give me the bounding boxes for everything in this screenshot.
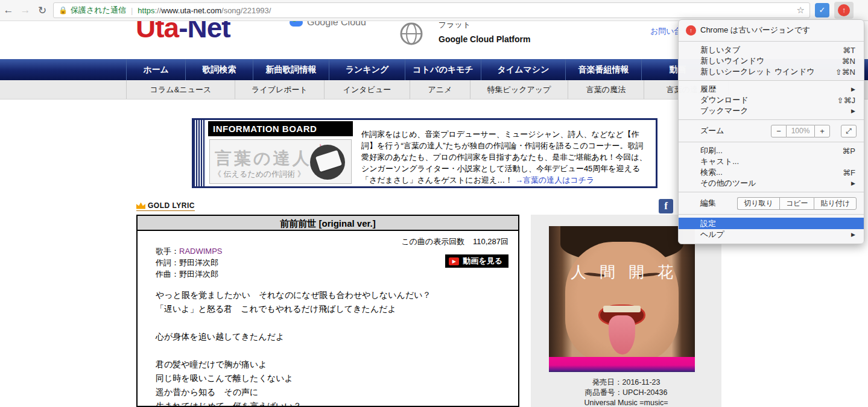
extension-icon[interactable]: ✓ (815, 3, 829, 17)
menu-separator (679, 80, 864, 81)
menu-help-label: ヘルプ (700, 229, 724, 240)
edit-paste-button[interactable]: 貼り付け (814, 197, 857, 210)
back-icon[interactable]: ← (0, 4, 17, 16)
cloud-icon (290, 21, 303, 27)
zoom-value: 100% (787, 125, 814, 137)
secure-label: 保護された通信 (71, 5, 126, 16)
subnav-interview[interactable]: インタビュー (325, 80, 410, 99)
menu-settings[interactable]: 設定 (679, 218, 864, 229)
submenu-arrow-icon: ▶ (851, 180, 855, 186)
lyric-line: 君の髪や瞳だけで胸が痛いよ (156, 358, 431, 371)
subnav-column-news[interactable]: コラム&ニュース (127, 80, 235, 99)
album-cover-photo: 人間開花 (549, 226, 695, 357)
url-separator: | (131, 6, 133, 15)
nav-time-machine[interactable]: タイムマシン (481, 59, 566, 80)
menu-downloads[interactable]: ダウンロード ⇧⌘J (679, 95, 864, 106)
google-cloud-ad[interactable]: Google Cloud (290, 21, 398, 29)
menu-more-tools[interactable]: その他のツール ▶ (679, 178, 864, 189)
crown-icon (136, 203, 145, 209)
menu-downloads-shortcut: ⇧⌘J (837, 96, 855, 105)
google-cloud-platform-label[interactable]: Google Cloud Platform (439, 34, 530, 44)
edit-copy-button[interactable]: コピー (779, 197, 814, 210)
menu-history-label: 履歴 (700, 84, 716, 95)
menu-new-incognito-label: 新しいシークレット ウインドウ (700, 66, 814, 77)
subnav-live-report[interactable]: ライブレポート (235, 80, 325, 99)
menu-update-label: Chrome は古いバージョンです (700, 25, 810, 36)
menu-edit-label: 編集 (700, 198, 716, 209)
menu-bookmarks-label: ブックマーク (700, 106, 749, 116)
page: ← → ↻ 🔒 保護された通信 | https :// www.uta-net.… (0, 0, 868, 407)
ad-fragment: プラット (439, 22, 529, 29)
banner-card[interactable]: 言葉の達人 《 伝えるための作詞術 》 ♪ ♪ (209, 139, 352, 184)
facebook-icon[interactable]: f (659, 199, 673, 213)
artist-link[interactable]: RADWIMPS (179, 247, 223, 256)
album-product-number: 商品番号：UPCH-20436 (531, 388, 721, 398)
url-bar[interactable]: 🔒 保護された通信 | https :// www.uta-net.com /s… (53, 2, 810, 18)
nav-new-lyrics[interactable]: 新曲歌詞情報 (253, 59, 329, 80)
menu-find-label: 検索... (700, 167, 723, 178)
nav-home[interactable]: ホーム (127, 59, 186, 80)
banner-link[interactable]: →言葉の達人はコチラ (515, 175, 595, 185)
nav-lyrics-search[interactable]: 歌詞検索 (186, 59, 253, 80)
chrome-update-button[interactable]: ↑ (834, 2, 854, 19)
composer-label: 作曲： (156, 270, 179, 279)
nav-ranking[interactable]: ランキング (329, 59, 405, 80)
lyric-line: やっと眼を覚ましたかい それなのになぜ眼も合わせやしないんだい？ (156, 288, 431, 302)
lyric-line: 心が身体を追い越してきたんだよ (156, 330, 431, 344)
menu-new-incognito[interactable]: 新しいシークレット ウインドウ ⇧⌘N (679, 66, 864, 77)
menu-history[interactable]: 履歴 ▶ (679, 84, 864, 95)
subnav-pickup[interactable]: 特集ピックアップ (470, 80, 568, 99)
fullscreen-button[interactable]: ⤢ (841, 125, 857, 137)
menu-help[interactable]: ヘルプ ▶ (679, 229, 864, 240)
chrome-menu: ↑ Chrome は古いバージョンです 新しいタブ ⌘T 新しいウインドウ ⌘N… (678, 19, 864, 244)
menu-update-chrome[interactable]: ↑ Chrome は古いバージョンです (679, 22, 864, 38)
gold-lyric-link[interactable]: GOLD LYRIC (136, 201, 195, 211)
uta-net-logo[interactable]: Uta-Net (136, 21, 256, 45)
banner-card-subtitle: 《 伝えるための作詞術 》 (214, 169, 305, 180)
nav-music-programs[interactable]: 音楽番組情報 (566, 59, 642, 80)
cover-strip (549, 357, 695, 372)
banner-body: 作詞家をはじめ、音楽プロデューサー、ミュージシャン、詩人、などなど【作詞】を行う… (353, 120, 656, 186)
reload-icon[interactable]: ↻ (34, 4, 51, 17)
nav-kotoba-kimochi[interactable]: コトバのキモチ (405, 59, 481, 80)
information-board-banner[interactable]: INFORMATION BOARD 言葉の達人 《 伝えるための作詞術 》 ♪ … (192, 118, 657, 188)
song-credits: 歌手：RADWIMPS 作詞：野田洋次郎 作曲：野田洋次郎 (156, 245, 223, 280)
edit-cut-button[interactable]: 切り取り (737, 197, 779, 210)
menu-print-label: 印刷... (700, 145, 723, 156)
subnav-kotoba-mahou[interactable]: 言葉の魔法 (568, 80, 644, 99)
forward-icon[interactable]: → (17, 4, 34, 16)
album-info: 発売日：2016-11-23 商品番号：UPCH-20436 Universal… (531, 377, 721, 407)
lyrics: やっと眼を覚ましたかい それなのになぜ眼も合わせやしないんだい？ 「遅いよ」と怒… (156, 288, 431, 407)
bookmark-star-icon[interactable]: ☆ (797, 5, 805, 16)
url-path: /song/221993/ (221, 6, 271, 15)
view-count-label: この曲の表示回数 (401, 237, 464, 246)
menu-new-tab[interactable]: 新しいタブ ⌘T (679, 45, 864, 55)
zoom-in-button[interactable]: + (814, 125, 830, 137)
subnav-anime[interactable]: アニメ (410, 80, 470, 99)
lyric-line: 同じ時を吸いこんで離したくないよ (156, 371, 431, 385)
menu-find[interactable]: 検索... ⌘F (679, 167, 864, 178)
menu-new-window[interactable]: 新しいウインドウ ⌘N (679, 55, 864, 66)
menu-separator (679, 214, 864, 215)
submenu-arrow-icon: ▶ (851, 108, 855, 114)
menu-new-incognito-shortcut: ⇧⌘N (835, 68, 855, 77)
menu-cast[interactable]: キャスト... (679, 156, 864, 167)
gold-lyric-label: GOLD LYRIC (148, 201, 195, 210)
menu-bookmarks[interactable]: ブックマーク ▶ (679, 106, 864, 116)
album-cover[interactable]: 人間開花 (549, 226, 695, 372)
lyric-box: 前前前世 [original ver.] この曲の表示回数 110,287回 歌… (136, 215, 519, 407)
menu-separator (679, 41, 864, 42)
song-title: 前前前世 [original ver.] (138, 216, 518, 231)
menu-separator (679, 192, 864, 192)
url-scheme-sep: :// (154, 6, 161, 15)
logo-net: -Net (179, 21, 230, 43)
watch-video-button[interactable]: ▶ 動画を見る (445, 254, 508, 268)
menu-print[interactable]: 印刷... ⌘P (679, 145, 864, 156)
sub-nav-spacer (0, 80, 127, 99)
lyric-line: 生まれてはじめて 何を言えばいい？ (156, 399, 431, 407)
zoom-out-button[interactable]: − (771, 125, 787, 137)
album-release-date: 発売日：2016-11-23 (531, 377, 721, 388)
update-arrow-icon: ↑ (838, 4, 850, 16)
album-label: Universal Music =music= (531, 398, 721, 407)
menu-new-tab-shortcut: ⌘T (843, 46, 855, 55)
